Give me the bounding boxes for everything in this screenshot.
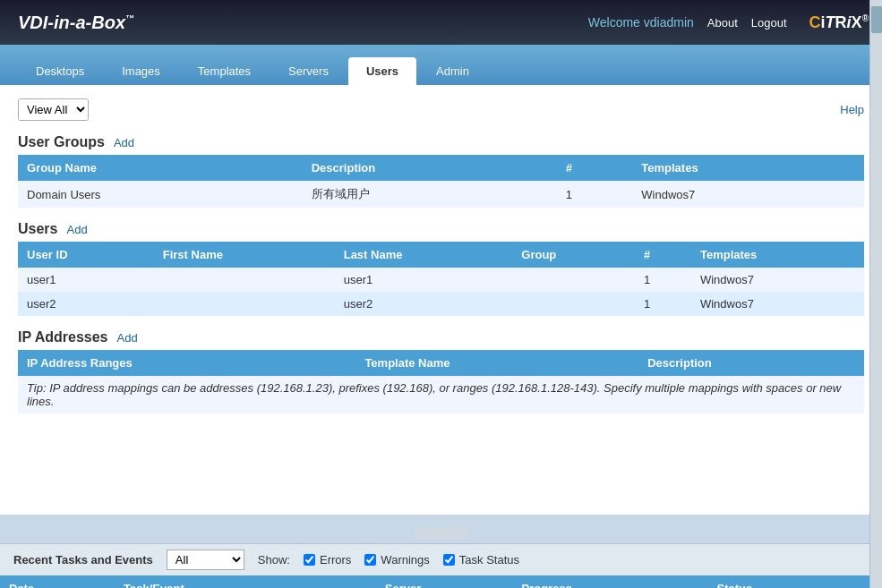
tasks-table: Date Task/Event Server Progress Status J…	[0, 575, 882, 588]
user-groups-title: User Groups	[18, 134, 105, 150]
tab-users[interactable]: Users	[348, 57, 416, 85]
col-task-event: Task/Event	[115, 575, 376, 588]
user-id-cell: user1	[18, 268, 154, 292]
col-ip-range: IP Address Ranges	[18, 350, 355, 376]
table-row: user1 user1 1 Windwos7	[18, 268, 864, 292]
ip-addresses-add[interactable]: Add	[117, 331, 138, 345]
nav-bar: Desktops Images Templates Servers Users …	[0, 45, 882, 85]
group-cell	[512, 268, 635, 292]
col-server: Server	[376, 575, 513, 588]
count-cell: 1	[557, 181, 633, 208]
ip-addresses-title: IP Addresses	[18, 329, 108, 345]
view-all-select[interactable]: View All Active Inactive	[19, 99, 88, 120]
col-ip-description: Description	[638, 350, 864, 376]
col-group-name: Group Name	[18, 155, 303, 181]
description-cell: 所有域用户	[303, 181, 557, 208]
task-status-label: Task Status	[459, 553, 519, 567]
col-templates2: Templates	[691, 242, 864, 268]
ip-addresses-header: IP Addresses Add	[18, 329, 864, 345]
table-row: Domain Users 所有域用户 1 Windwos7	[18, 181, 864, 208]
templates-cell: Windwos7	[632, 181, 864, 208]
task-status-checkbox-label[interactable]: Task Status	[443, 553, 519, 567]
last-name-cell: user1	[335, 268, 513, 292]
warnings-label: Warnings	[381, 553, 429, 567]
col-first-name: First Name	[154, 242, 335, 268]
users-header: Users Add	[18, 221, 864, 237]
ip-addresses-table: IP Address Ranges Template Name Descript…	[18, 350, 864, 413]
last-name-cell: user2	[335, 292, 513, 316]
about-link[interactable]: About	[707, 16, 738, 30]
welcome-text: Welcome vdiadmin	[588, 15, 694, 30]
tab-templates[interactable]: Templates	[180, 57, 269, 85]
warnings-checkbox-label[interactable]: Warnings	[364, 553, 429, 567]
ip-tip-row: Tip: IP address mappings can be addresse…	[18, 376, 864, 413]
user-groups-add[interactable]: Add	[114, 136, 134, 149]
tab-desktops[interactable]: Desktops	[18, 57, 102, 85]
tab-admin[interactable]: Admin	[418, 57, 487, 85]
count-cell: 1	[635, 268, 691, 292]
col-group: Group	[512, 242, 635, 268]
col-count2: #	[635, 242, 691, 268]
tab-servers[interactable]: Servers	[270, 57, 347, 85]
col-status: Status	[708, 575, 882, 588]
users-title: Users	[18, 221, 57, 237]
tab-images[interactable]: Images	[104, 57, 178, 85]
tasks-label: Recent Tasks and Events	[13, 553, 153, 567]
users-table: User ID First Name Last Name Group # Tem…	[18, 242, 864, 316]
app-logo: VDI-in-a-Box™	[18, 13, 134, 33]
errors-label: Errors	[320, 553, 351, 567]
group-name-cell: Domain Users	[18, 181, 303, 208]
main-content: View All Active Inactive Help User Group…	[0, 85, 882, 515]
user-groups-header: User Groups Add	[18, 134, 864, 150]
warnings-checkbox[interactable]	[364, 554, 376, 566]
errors-checkbox-label[interactable]: Errors	[304, 553, 351, 567]
help-link[interactable]: Help	[840, 103, 864, 116]
scrollbar-thumb[interactable]	[871, 6, 882, 33]
ip-tip-text: Tip: IP address mappings can be addresse…	[18, 376, 864, 413]
templates-cell: Windwos7	[691, 268, 864, 292]
first-name-cell	[154, 292, 335, 316]
errors-checkbox[interactable]	[304, 554, 315, 566]
scroll-hint	[415, 528, 468, 539]
col-template-name: Template Name	[355, 350, 638, 376]
task-status-checkbox[interactable]	[443, 554, 455, 566]
user-id-cell: user2	[18, 292, 154, 316]
user-groups-table: Group Name Description # Templates Domai…	[18, 155, 864, 208]
logout-link[interactable]: Logout	[751, 16, 787, 30]
bottom-panel: Recent Tasks and Events All Errors Warni…	[0, 524, 882, 588]
view-all-row: View All Active Inactive Help	[18, 94, 864, 121]
col-templates: Templates	[632, 155, 864, 181]
users-add[interactable]: Add	[66, 223, 87, 236]
count-cell: 1	[635, 292, 691, 316]
col-last-name: Last Name	[335, 242, 513, 268]
view-all-select-wrap[interactable]: View All Active Inactive	[18, 98, 89, 121]
show-label: Show:	[258, 553, 290, 567]
group-cell	[512, 292, 635, 316]
first-name-cell	[154, 268, 335, 292]
col-count: #	[557, 155, 633, 181]
header-right: Welcome vdiadmin About Logout CiTRiX®	[588, 13, 869, 32]
templates-cell: Windwos7	[691, 292, 864, 316]
citrix-logo: CiTRiX®	[809, 13, 869, 32]
tasks-filter-select[interactable]: All Errors Warnings Status	[167, 550, 244, 570]
table-row: user2 user2 1 Windwos7	[18, 292, 864, 316]
app-header: VDI-in-a-Box™ Welcome vdiadmin About Log…	[0, 0, 882, 45]
col-progress: Progress	[512, 575, 707, 588]
col-user-id: User ID	[18, 242, 154, 268]
col-description: Description	[303, 155, 557, 181]
col-date: Date	[0, 575, 115, 588]
right-scrollbar[interactable]	[869, 0, 882, 588]
tasks-bar: Recent Tasks and Events All Errors Warni…	[0, 543, 882, 575]
